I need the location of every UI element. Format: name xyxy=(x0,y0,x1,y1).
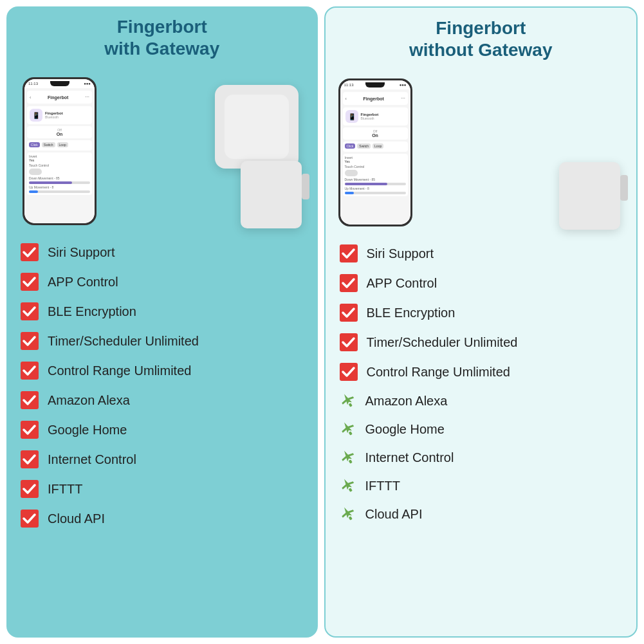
feature-alexa-left: Amazon Alexa xyxy=(19,386,305,414)
check-icon-app-right xyxy=(338,273,359,293)
fingerbot-device xyxy=(241,161,302,228)
with-gateway-column: Fingerbort with Gateway 11:13 ●●● xyxy=(6,6,318,638)
feature-label-ifttt-right: IFTTT xyxy=(365,479,400,493)
left-features-list: Siri Support APP Control xyxy=(6,238,318,625)
plane-icon-cloud-right xyxy=(338,504,358,524)
gateway-inner xyxy=(225,95,289,159)
left-phone-mockup: 11:13 ●●● ‹ Fingerbot ⋯ 📱 xyxy=(23,77,97,225)
feature-internet-right: Internet Control xyxy=(338,444,624,471)
feature-cloud-left: Cloud API xyxy=(19,504,305,533)
feature-label-ble-right: BLE Encryption xyxy=(367,306,455,320)
check-icon-timer-left xyxy=(19,331,40,351)
check-icon-ble-left xyxy=(19,301,40,322)
plane-icon-alexa-right xyxy=(338,391,358,410)
feature-ifttt-right: IFTTT xyxy=(338,472,624,499)
feature-label-cloud-right: Cloud API xyxy=(365,507,423,522)
left-title: Fingerbort with Gateway xyxy=(104,16,219,59)
plane-icon-internet-right xyxy=(338,448,358,467)
feature-google-left: Google Home xyxy=(19,416,305,444)
comparison-columns: Fingerbort with Gateway 11:13 ●●● xyxy=(6,6,638,638)
check-icon-ifttt-left xyxy=(19,479,40,499)
feature-label-alexa-left: Amazon Alexa xyxy=(48,393,130,408)
check-icon-app-left xyxy=(19,271,40,292)
left-device-illustration: 11:13 ●●● ‹ Fingerbot ⋯ 📱 xyxy=(13,66,311,232)
check-icon-siri-right xyxy=(338,243,359,264)
feature-siri-left: Siri Support xyxy=(19,238,305,266)
feature-alexa-right: Amazon Alexa xyxy=(338,387,624,414)
right-phone-screen: 11:13 ●●● ‹ Fingerbot ⋯ 📱 xyxy=(340,80,410,225)
feature-label-internet-left: Internet Control xyxy=(48,452,136,467)
feature-label-app-left: APP Control xyxy=(48,275,118,290)
feature-range-right: Control Range Umlimited xyxy=(338,358,624,386)
feature-label-timer-right: Timer/Scheduler Unlimited xyxy=(367,335,518,350)
left-header: Fingerbort with Gateway 11:13 ●●● xyxy=(6,6,318,238)
phone-notch xyxy=(50,81,69,86)
feature-google-right: Google Home xyxy=(338,416,624,443)
feature-ifttt-left: IFTTT xyxy=(19,475,305,503)
svg-rect-34 xyxy=(348,516,352,520)
check-icon-google-left xyxy=(19,419,40,440)
check-icon-range-left xyxy=(19,360,40,381)
feature-app-right: APP Control xyxy=(338,269,624,297)
feature-label-app-right: APP Control xyxy=(367,276,437,291)
feature-cloud-right: Cloud API xyxy=(338,501,624,528)
feature-label-range-right: Control Range Umlimited xyxy=(367,365,510,380)
check-icon-range-right xyxy=(338,362,359,382)
right-phone-app-content: ‹ Fingerbot ⋯ 📱 Fingerbot Bluetooth xyxy=(340,89,410,225)
feature-internet-left: Internet Control xyxy=(19,445,305,474)
plane-icon-google-right xyxy=(338,419,358,439)
right-features-list: Siri Support APP Control xyxy=(326,239,637,623)
phone-screen: 11:13 ●●● ‹ Fingerbot ⋯ 📱 xyxy=(24,79,95,223)
gateway-device xyxy=(215,85,299,169)
check-icon-siri-left xyxy=(19,242,40,262)
phone-app-header: ‹ Fingerbot ⋯ xyxy=(27,91,92,104)
feature-label-alexa-right: Amazon Alexa xyxy=(365,394,448,409)
right-fingerbot-arm xyxy=(620,175,628,201)
svg-rect-22 xyxy=(348,431,352,435)
feature-ble-left: BLE Encryption xyxy=(19,297,305,326)
without-gateway-column: Fingerbort without Gateway 11:13 ●●● xyxy=(324,6,638,638)
right-device-illustration: 11:13 ●●● ‹ Fingerbot ⋯ 📱 xyxy=(332,67,630,233)
feature-label-internet-right: Internet Control xyxy=(365,450,454,465)
right-phone-mockup: 11:13 ●●● ‹ Fingerbot ⋯ 📱 xyxy=(338,78,412,226)
check-icon-cloud-left xyxy=(19,508,40,529)
check-icon-alexa-left xyxy=(19,390,40,410)
feature-label-timer-left: Timer/Scheduler Unlimited xyxy=(48,334,199,349)
check-icon-timer-right xyxy=(338,332,359,353)
comparison-container: Fingerbort with Gateway 11:13 ●●● xyxy=(0,0,644,644)
feature-ble-right: BLE Encryption xyxy=(338,299,624,327)
feature-timer-right: Timer/Scheduler Unlimited xyxy=(338,328,624,356)
plane-icon-ifttt-right xyxy=(338,476,358,495)
feature-label-ifttt-left: IFTTT xyxy=(48,482,82,497)
right-title: Fingerbort without Gateway xyxy=(409,17,552,60)
feature-range-left: Control Range Umlimited xyxy=(19,356,305,385)
phone-app-content: ‹ Fingerbot ⋯ 📱 Fingerbot Bluetooth xyxy=(24,88,95,223)
right-fingerbot-device xyxy=(559,162,620,230)
feature-app-left: APP Control xyxy=(19,268,305,296)
svg-rect-18 xyxy=(348,403,352,407)
feature-timer-left: Timer/Scheduler Unlimited xyxy=(19,327,305,355)
right-header: Fingerbort without Gateway 11:13 ●●● xyxy=(326,8,637,239)
svg-rect-26 xyxy=(348,459,352,463)
fingerbot-arm xyxy=(302,174,309,199)
feature-label-range-left: Control Range Umlimited xyxy=(48,363,191,378)
feature-siri-right: Siri Support xyxy=(338,239,624,268)
feature-label-siri-right: Siri Support xyxy=(367,246,434,261)
feature-label-google-left: Google Home xyxy=(48,423,127,437)
right-phone-notch xyxy=(365,82,385,87)
svg-rect-30 xyxy=(348,488,352,492)
right-phone-app-header: ‹ Fingerbot ⋯ xyxy=(343,92,408,105)
feature-label-google-right: Google Home xyxy=(365,422,445,437)
check-icon-ble-right xyxy=(338,302,359,323)
feature-label-siri-left: Siri Support xyxy=(48,245,115,260)
check-icon-internet-left xyxy=(19,449,40,470)
feature-label-ble-left: BLE Encryption xyxy=(48,304,136,319)
feature-label-cloud-left: Cloud API xyxy=(48,511,105,526)
